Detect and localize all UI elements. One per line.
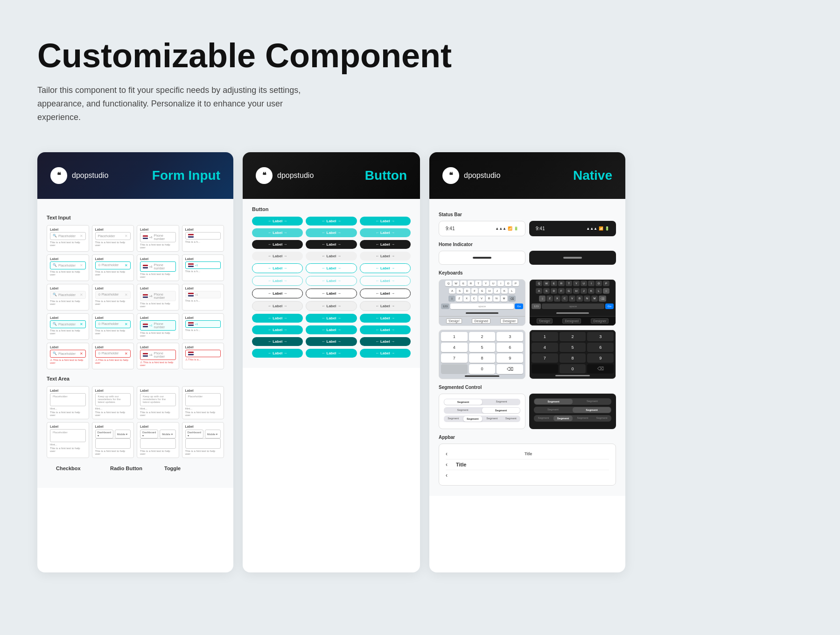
btn-teal-row12-3[interactable]: ← Label → (360, 349, 411, 358)
textarea-1: Label Placeholder Hint... This is a hint… (47, 386, 89, 419)
btn-teal-3[interactable]: ← Label → (360, 217, 411, 226)
btn-gray-1[interactable]: ← Label → (252, 252, 303, 261)
btn-row-6: ← Label → ← Label → ← Label → (252, 276, 411, 286)
back-arrow-1: ‹ (446, 451, 448, 457)
btn-teal-1[interactable]: ← Label → (252, 217, 303, 226)
appbar-section: ‹ Title ‹ Title ‹ (439, 444, 616, 486)
input-row-2: Label 🔍 Placeholder ✕ This is a hint tex… (47, 254, 224, 281)
btn-row-12: ← Label → ← Label → ← Label → (252, 349, 411, 358)
btn-outline-5[interactable]: ← Label → (306, 276, 357, 286)
segmented-grid: Segment Segment Segment Segment Segment … (439, 394, 616, 429)
textarea-row-1: Label Placeholder Hint... This is a hint… (47, 386, 224, 419)
btn-outline-1[interactable]: ← Label → (252, 263, 303, 273)
btn-dark-teal-3[interactable]: ← Label → (360, 337, 411, 346)
native-card-header: ❝ dpopstudio Native (429, 152, 625, 199)
checkbox-label: Checkbox (56, 466, 106, 471)
btn-gray-outline-3[interactable]: ← Label → (360, 301, 411, 311)
btn-dark-teal-1[interactable]: ← Label → (252, 337, 303, 346)
btn-row-8: ← Label → ← Label → ← Label → (252, 301, 411, 311)
input-row-1: Label 🔍 Placeholder ✕ This is a hint tex… (47, 225, 224, 252)
status-icons-dark: ▲▲▲ 📶 🔋 (586, 226, 609, 231)
btn-dark-3[interactable]: ← Label → (360, 240, 411, 249)
input-field-11: Label +1 Phone number This is a hint tex… (137, 284, 179, 310)
btn-dark-teal-2[interactable]: ← Label → (306, 337, 357, 346)
btn-outline-6[interactable]: ← Label → (360, 276, 411, 286)
btn-teal-6[interactable]: ← Label → (360, 228, 411, 237)
button-card-header: ❝ dpopstudio Button (243, 152, 420, 199)
btn-teal-4[interactable]: ← Label → (252, 228, 303, 237)
num-keyboard-light: 1 2 3 4 5 6 7 8 9 0 ⌫ (439, 330, 525, 379)
page-wrapper: Customizable Component Tailor this compo… (0, 0, 840, 635)
toggle-section: Toggle (164, 466, 215, 474)
segmented-control-label: Segmented Control (439, 385, 616, 390)
btn-teal-row12-2[interactable]: ← Label → (306, 349, 357, 358)
home-bar-dark (563, 257, 582, 259)
home-bar-light (473, 257, 491, 259)
btn-gray-outline-2[interactable]: ← Label → (306, 301, 357, 311)
btn-outline-3[interactable]: ← Label → (360, 263, 411, 273)
btn-teal-row10-3[interactable]: ← Label → (360, 325, 411, 334)
btn-teal-5[interactable]: ← Label → (306, 228, 357, 237)
text-input-label: Text Input (47, 215, 224, 220)
keyboard-dark: Q W E R T Y U I O P A (529, 279, 616, 326)
bottom-section: Checkbox Radio Button Toggle (47, 461, 224, 479)
input-row-3: Label 🔍 Placeholder ✕ This is a hint tex… (47, 284, 224, 310)
btn-teal-row10-2[interactable]: ← Label → (306, 325, 357, 334)
textarea-row-2: Label Placeholder Hint... This is a hint… (47, 422, 224, 458)
btn-dark-2[interactable]: ← Label → (306, 240, 357, 249)
status-icons-light: ▲▲▲ 📶 🔋 (495, 226, 518, 231)
appbar-label: Appbar (439, 435, 616, 440)
input-field-12: Label +1 This is a h... (182, 284, 224, 310)
btn-teal-row10-1[interactable]: ← Label → (252, 325, 303, 334)
input-field-1: Label 🔍 Placeholder ✕ This is a hint tex… (47, 225, 89, 252)
brand-name-form: dpopstudio (72, 171, 108, 180)
btn-dark-outline-2[interactable]: ← Label → (306, 289, 357, 298)
btn-dark-outline-3[interactable]: ← Label → (360, 289, 411, 298)
status-time-light: 9:41 (446, 226, 455, 231)
btn-row-5: ← Label → ← Label → ← Label → (252, 263, 411, 273)
textarea-8: Label Dashboard ▾ Mobile ▾ This is a hin… (182, 422, 224, 458)
num-keyboard-dark: 1 2 3 4 5 6 7 8 9 0 ⌫ (529, 330, 616, 379)
input-row-5: Label 🔍 Placeholder ✕ ⚠ This is a hint t… (47, 343, 224, 369)
input-field-15: Label +1 Phone number This is a hint tex… (137, 313, 179, 340)
page-title: Customizable Component (37, 37, 803, 74)
btn-teal-row12-1[interactable]: ← Label → (252, 349, 303, 358)
btn-gray-2[interactable]: ← Label → (306, 252, 357, 261)
btn-gray-3[interactable]: ← Label → (360, 252, 411, 261)
btn-row-3: ← Label → ← Label → ← Label → (252, 240, 411, 249)
btn-row-4: ← Label → ← Label → ← Label → (252, 252, 411, 261)
input-field-9: Label 🔍 Placeholder ✕ This is a hint tex… (47, 284, 89, 310)
btn-row-9: ← Label → ← Label → ← Label → (252, 314, 411, 323)
form-input-content: Text Input Label 🔍 Placeholder ✕ This is… (37, 199, 233, 488)
btn-row-7: ← Label → ← Label → ← Label → (252, 289, 411, 298)
btn-dark-outline-1[interactable]: ← Label → (252, 289, 303, 298)
btn-dark-1[interactable]: ← Label → (252, 240, 303, 249)
btn-outline-4[interactable]: ← Label → (252, 276, 303, 286)
btn-teal-row9-2[interactable]: ← Label → (306, 314, 357, 323)
btn-outline-2[interactable]: ← Label → (306, 263, 357, 273)
btn-section-title: Button (252, 206, 411, 212)
textarea-6: Label Dashboard ▾ Mobile ▾ This is a hin… (92, 422, 134, 458)
textarea-5: Label Placeholder Hint... This is a hint… (47, 422, 89, 458)
input-field-5: Label 🔍 Placeholder ✕ This is a hint tex… (47, 254, 89, 281)
textarea-4: Label Placeholder Hint... This is a hint… (182, 386, 224, 419)
btn-teal-row9-1[interactable]: ← Label → (252, 314, 303, 323)
btn-teal-2[interactable]: ← Label → (306, 217, 357, 226)
brand-name-button: dpopstudio (277, 171, 314, 180)
segmented-dark: Segment Segment Segment Segment Segment … (529, 394, 616, 429)
btn-gray-outline-1[interactable]: ← Label → (252, 301, 303, 311)
input-field-6: Label ⊙ Placeholder ✕ This is a hint tex… (92, 254, 134, 281)
btn-row-11: ← Label → ← Label → ← Label → (252, 337, 411, 346)
toggle-label: Toggle (164, 466, 215, 471)
native-content: Status Bar 9:41 ▲▲▲ 📶 🔋 9:41 ▲▲▲ (429, 199, 625, 496)
page-subtitle: Tailor this component to fit your specif… (37, 84, 317, 124)
btn-teal-row9-3[interactable]: ← Label → (360, 314, 411, 323)
cards-container: ❝ dpopstudio Form Input Text Input Label… (0, 152, 840, 572)
btn-row-10: ← Label → ← Label → ← Label → (252, 325, 411, 334)
back-arrow-3: ‹ (446, 472, 448, 479)
input-field-7: Label +1 Phone number This is a hint tex… (137, 254, 179, 281)
radio-label: Radio Button (110, 466, 161, 471)
radio-section: Radio Button (110, 466, 161, 474)
logo-icon: ❝ (50, 167, 67, 184)
form-input-logo-area: ❝ dpopstudio (50, 167, 108, 184)
